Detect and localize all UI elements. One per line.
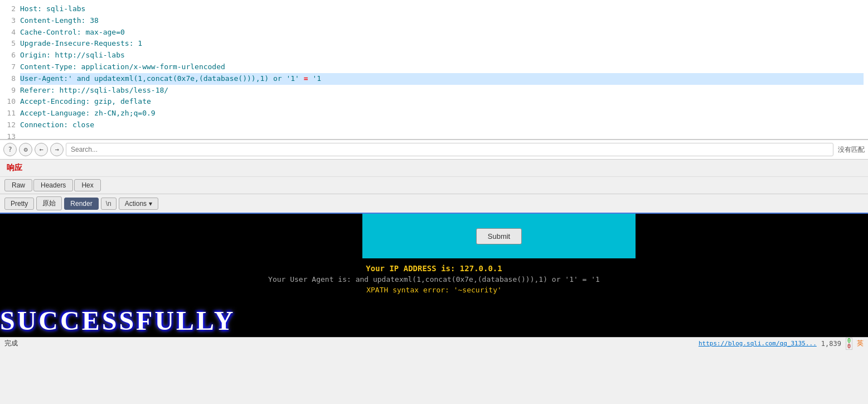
- request-area: 2 Host: sqli-labs 3 Content-Length: 38 4…: [0, 0, 868, 140]
- line-content-9: Referer: http://sqli-labs/less-18/: [20, 85, 168, 97]
- line-num-3: 3: [4, 15, 16, 27]
- actions-label: Actions: [125, 200, 147, 208]
- main-content: 2 Host: sqli-labs 3 Content-Length: 38 4…: [0, 0, 868, 404]
- counter-box: 0 0: [846, 338, 852, 350]
- line-content-6: Origin: http://sqli-labs: [20, 50, 125, 61]
- top-row: Submit: [0, 214, 868, 258]
- line-num-10: 10: [4, 96, 16, 108]
- line-num-2: 2: [4, 3, 16, 15]
- tab-hex[interactable]: Hex: [74, 179, 100, 191]
- forward-icon-btn[interactable]: →: [50, 143, 64, 156]
- line-content-12: Connection: close: [20, 119, 94, 131]
- ip-address-line: Your IP ADDRESS is: 127.0.0.1: [0, 264, 868, 273]
- tab-raw[interactable]: Raw: [4, 179, 32, 191]
- status-bar: 完成 https://blog.sqli.com/qq_3135... 1,83…: [0, 337, 868, 349]
- lang-btn[interactable]: 英: [857, 339, 864, 348]
- line-content-8: User-Agent:' and updatexml(1,concat(0x7e…: [20, 73, 864, 85]
- newline-btn[interactable]: \n: [101, 198, 117, 210]
- no-match-label: 没有匹配: [838, 145, 865, 155]
- line-num-9: 9: [4, 85, 16, 97]
- code-lines: 2 Host: sqli-labs 3 Content-Length: 38 4…: [0, 2, 868, 140]
- success-banner: SUCCESSFULLY: [0, 305, 868, 336]
- response-visual: Submit Your IP ADDRESS is: 127.0.0.1 You…: [0, 214, 868, 337]
- line-2: 2 Host: sqli-labs: [4, 3, 864, 15]
- line-content-10: Accept-Encoding: gzip, deflate: [20, 96, 151, 108]
- line-num-11: 11: [4, 108, 16, 119]
- line-content-7: Content-Type: application/x-www-form-url…: [20, 61, 225, 73]
- line-num-13: 13: [4, 131, 16, 140]
- response-section-label: 响应: [0, 160, 868, 177]
- line-num-7: 7: [4, 61, 16, 73]
- pretty-btn[interactable]: Pretty: [4, 198, 34, 210]
- render-btn[interactable]: Render: [64, 198, 98, 210]
- left-black-area: [0, 214, 362, 258]
- search-input[interactable]: [66, 143, 833, 156]
- red-marker: =: [304, 74, 308, 83]
- help-icon-btn[interactable]: ?: [3, 143, 17, 156]
- counter-down: 0: [847, 344, 851, 349]
- line-5: 5 Upgrade-Insecure-Requests: 1: [4, 38, 864, 50]
- line-10: 10 Accept-Encoding: gzip, deflate: [4, 96, 864, 108]
- line-7: 7 Content-Type: application/x-www-form-u…: [4, 61, 864, 73]
- line-num-6: 6: [4, 50, 16, 61]
- xpath-error-line: XPATH syntax error: '~security': [0, 286, 868, 294]
- line-content-5: Upgrade-Insecure-Requests: 1: [20, 38, 142, 50]
- line-6: 6 Origin: http://sqli-labs: [4, 50, 864, 61]
- line-num-5: 5: [4, 38, 16, 50]
- line-num-4: 4: [4, 27, 16, 39]
- line-num-12: 12: [4, 119, 16, 131]
- line-13: 13: [4, 131, 864, 140]
- line-12: 12 Connection: close: [4, 119, 864, 131]
- actions-chevron-icon: ▾: [149, 200, 152, 208]
- response-text-area: Your IP ADDRESS is: 127.0.0.1 Your User …: [0, 258, 868, 301]
- line-content-2: Host: sqli-labs: [20, 3, 85, 15]
- user-agent-label: Your User Agent is:: [268, 275, 351, 283]
- status-position: 1,839: [821, 340, 841, 348]
- tab-headers[interactable]: Headers: [33, 179, 73, 191]
- actions-btn[interactable]: Actions ▾: [119, 198, 158, 210]
- line-11: 11 Accept-Language: zh-CN,zh;q=0.9: [4, 108, 864, 119]
- center-cyan-box: Submit: [362, 214, 636, 258]
- right-black-area: [636, 214, 868, 258]
- search-bar: ? ⚙ ← → 没有匹配: [0, 140, 868, 160]
- line-8: 8 User-Agent:' and updatexml(1,concat(0x…: [4, 73, 864, 85]
- status-left: 完成: [4, 339, 18, 348]
- line-9: 9 Referer: http://sqli-labs/less-18/: [4, 85, 864, 97]
- render-toolbar: Pretty 原始 Render \n Actions ▾: [0, 194, 868, 214]
- counter-up: 0: [847, 338, 851, 344]
- user-agent-line: Your User Agent is: and updatexml(1,conc…: [0, 275, 868, 283]
- status-done: 完成: [4, 339, 18, 348]
- line-3: 3 Content-Length: 38: [4, 15, 864, 27]
- line-num-8: 8: [4, 73, 16, 85]
- line-4: 4 Cache-Control: max-age=0: [4, 27, 864, 39]
- back-icon-btn[interactable]: ←: [35, 143, 48, 156]
- line-content-4: Cache-Control: max-age=0: [20, 27, 125, 39]
- status-url[interactable]: https://blog.sqli.com/qq_3135...: [699, 340, 817, 347]
- submit-button[interactable]: Submit: [476, 228, 522, 244]
- settings-icon-btn[interactable]: ⚙: [19, 143, 32, 156]
- raw-btn[interactable]: 原始: [36, 196, 62, 210]
- user-agent-value: and updatexml(1,concat(0x7e,(database())…: [356, 275, 600, 283]
- status-right: https://blog.sqli.com/qq_3135... 1,839 0…: [699, 338, 864, 350]
- success-row: SUCCESSFULLY: [0, 301, 868, 337]
- line-content-3: Content-Length: 38: [20, 15, 99, 27]
- response-tab-bar: Raw Headers Hex: [0, 177, 868, 194]
- line-content-11: Accept-Language: zh-CN,zh;q=0.9: [20, 108, 156, 119]
